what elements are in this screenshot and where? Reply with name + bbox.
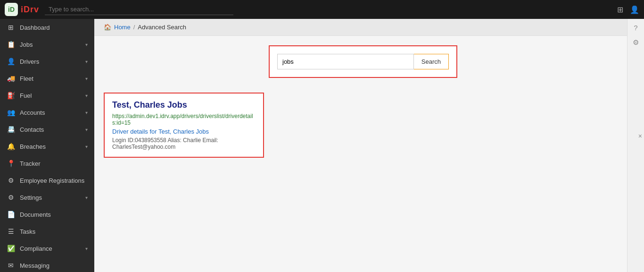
chevron-fuel: ▾ xyxy=(85,93,88,98)
sidebar-item-contacts[interactable]: 📇Contacts▾ xyxy=(0,121,94,138)
chevron-accounts: ▾ xyxy=(85,110,88,115)
chevron-compliance: ▾ xyxy=(85,246,88,251)
chevron-settings: ▾ xyxy=(85,195,88,200)
sidebar-item-tasks[interactable]: ☰Tasks xyxy=(0,223,94,240)
sidebar-label-employee-registrations: Employee Registrations xyxy=(20,177,88,184)
contacts-icon: 📇 xyxy=(7,126,15,133)
breadcrumb-home-icon: 🏠 xyxy=(104,24,111,31)
sidebar-label-settings: Settings xyxy=(20,194,81,201)
sidebar-label-tracker: Tracker xyxy=(20,160,88,167)
logo: iD iDrv xyxy=(5,3,39,16)
topbar: iD iDrv × ⊞ 👤 xyxy=(0,0,644,19)
sidebar: ⊞Dashboard📋Jobs▾👤Drivers▾🚚Fleet▾⛽Fuel▾👥A… xyxy=(0,19,94,272)
sidebar-label-fleet: Fleet xyxy=(20,75,81,82)
sidebar-item-fuel[interactable]: ⛽Fuel▾ xyxy=(0,87,94,104)
chevron-jobs: ▾ xyxy=(85,42,88,47)
breadcrumb-separator: / xyxy=(133,24,135,31)
search-button[interactable]: Search xyxy=(414,54,449,69)
search-input[interactable] xyxy=(277,54,414,69)
fleet-icon: 🚚 xyxy=(7,75,15,82)
sidebar-item-drivers[interactable]: 👤Drivers▾ xyxy=(0,53,94,70)
result-description: Driver details for Test, Charles Jobs xyxy=(112,128,256,135)
accounts-icon: 👥 xyxy=(7,109,15,116)
result-card: Test, Charles Jobs https://admin.dev1.id… xyxy=(104,93,264,158)
sidebar-label-compliance: Compliance xyxy=(20,245,81,252)
search-box: Search xyxy=(269,45,457,78)
topbar-right: ⊞ 👤 xyxy=(617,5,639,14)
sidebar-item-fleet[interactable]: 🚚Fleet▾ xyxy=(0,70,94,87)
documents-icon: 📄 xyxy=(7,211,15,218)
chevron-fleet: ▾ xyxy=(85,76,88,81)
sidebar-label-fuel: Fuel xyxy=(20,92,81,99)
fuel-icon: ⛽ xyxy=(7,92,15,99)
sidebar-label-drivers: Drivers xyxy=(20,58,81,65)
employee-registrations-icon: ⚙ xyxy=(7,177,15,184)
sidebar-item-tracker[interactable]: 📍Tracker xyxy=(0,155,94,172)
sidebar-label-jobs: Jobs xyxy=(20,41,81,48)
breaches-icon: 🔔 xyxy=(7,143,15,150)
sidebar-item-accounts[interactable]: 👥Accounts▾ xyxy=(0,104,94,121)
content-area: Search Test, Charles Jobs https://admin.… xyxy=(94,36,627,272)
sidebar-label-tasks: Tasks xyxy=(20,228,88,235)
sidebar-item-compliance[interactable]: ✅Compliance▾ xyxy=(0,240,94,257)
logo-icon: iD xyxy=(5,3,18,16)
sidebar-label-dashboard: Dashboard xyxy=(20,24,88,31)
sidebar-item-jobs[interactable]: 📋Jobs▾ xyxy=(0,36,94,53)
breadcrumb-home-link[interactable]: Home xyxy=(114,24,131,31)
jobs-icon: 📋 xyxy=(7,41,15,48)
settings-icon: ⚙ xyxy=(7,194,15,201)
messaging-icon: ✉ xyxy=(7,262,15,269)
logo-text: iDrv xyxy=(21,5,39,15)
sidebar-item-breaches[interactable]: 🔔Breaches▾ xyxy=(0,138,94,155)
chevron-contacts: ▾ xyxy=(85,127,88,132)
tracker-icon: 📍 xyxy=(7,160,15,167)
drivers-icon: 👤 xyxy=(7,58,15,65)
topbar-search-input[interactable] xyxy=(45,4,233,15)
result-title: Test, Charles Jobs xyxy=(112,100,256,110)
sidebar-item-documents[interactable]: 📄Documents xyxy=(0,206,94,223)
sidebar-label-documents: Documents xyxy=(20,211,88,218)
layout: ⊞Dashboard📋Jobs▾👤Drivers▾🚚Fleet▾⛽Fuel▾👥A… xyxy=(0,19,644,272)
breadcrumb: 🏠 Home / Advanced Search xyxy=(94,19,627,36)
main-area: 🏠 Home / Advanced Search Search Test, Ch… xyxy=(94,19,627,272)
sidebar-item-messaging[interactable]: ✉Messaging xyxy=(0,257,94,272)
dashboard-icon: ⊞ xyxy=(7,24,15,31)
sidebar-label-messaging: Messaging xyxy=(20,262,88,269)
breadcrumb-current: Advanced Search xyxy=(138,24,186,31)
result-url[interactable]: https://admin.dev1.idrv.app/drivers/driv… xyxy=(112,113,256,126)
topbar-close-icon[interactable]: × xyxy=(638,132,642,140)
sidebar-label-contacts: Contacts xyxy=(20,126,81,133)
compliance-icon: ✅ xyxy=(7,245,15,252)
sidebar-label-breaches: Breaches xyxy=(20,143,81,150)
settings-icon[interactable]: ⚙ xyxy=(633,38,639,47)
help-icon[interactable]: ? xyxy=(634,24,637,32)
sidebar-item-settings[interactable]: ⚙Settings▾ xyxy=(0,189,94,206)
grid-icon[interactable]: ⊞ xyxy=(617,5,623,14)
tasks-icon: ☰ xyxy=(7,228,15,235)
result-meta: Login ID:0438953558 Alias: Charlie Email… xyxy=(112,137,256,150)
topbar-search-container xyxy=(45,4,233,15)
sidebar-item-dashboard[interactable]: ⊞Dashboard xyxy=(0,19,94,36)
sidebar-label-accounts: Accounts xyxy=(20,109,81,116)
chevron-breaches: ▾ xyxy=(85,144,88,149)
user-icon[interactable]: 👤 xyxy=(630,5,639,14)
chevron-drivers: ▾ xyxy=(85,59,88,64)
right-panel: ? ⚙ xyxy=(627,19,644,272)
sidebar-item-employee-registrations[interactable]: ⚙Employee Registrations xyxy=(0,172,94,189)
